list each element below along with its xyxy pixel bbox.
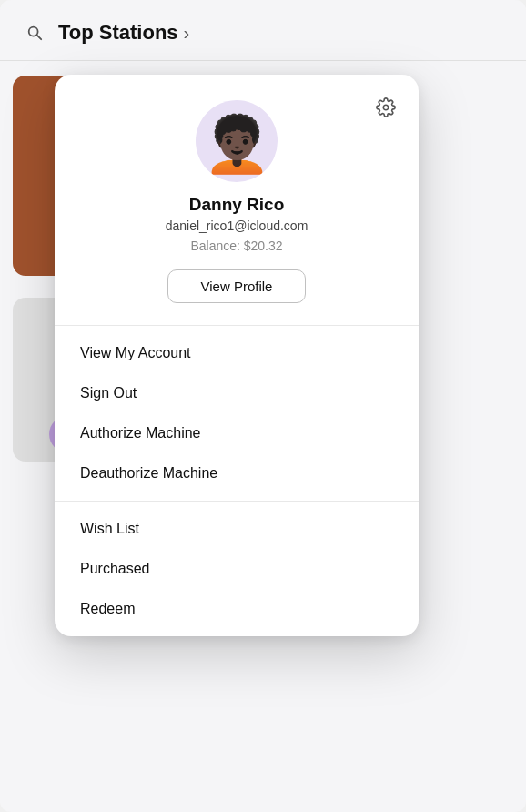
profile-section: 🧑🏿‍🦱 Danny Rico daniel_rico1@icloud.com … bbox=[55, 75, 419, 326]
menu-item-sign-out[interactable]: Sign Out bbox=[55, 373, 419, 413]
menu-item-wish-list[interactable]: Wish List bbox=[55, 509, 419, 549]
top-bar: Top Stations › bbox=[0, 0, 526, 61]
svg-point-2 bbox=[383, 105, 389, 110]
user-email: daniel_rico1@icloud.com bbox=[166, 218, 309, 233]
menu-item-view-account[interactable]: View My Account bbox=[55, 333, 419, 373]
avatar-emoji: 🧑🏿‍🦱 bbox=[203, 117, 271, 172]
page-title: Top Stations › bbox=[58, 21, 189, 45]
menu-group-1: View My Account Sign Out Authorize Machi… bbox=[55, 326, 419, 502]
search-button[interactable] bbox=[18, 16, 51, 49]
user-name: Danny Rico bbox=[189, 195, 285, 215]
user-balance: Balance: $20.32 bbox=[190, 239, 282, 253]
settings-button[interactable] bbox=[371, 93, 400, 122]
view-profile-button[interactable]: View Profile bbox=[167, 269, 307, 303]
menu-item-authorize-machine[interactable]: Authorize Machine bbox=[55, 413, 419, 453]
menu-item-deauthorize-machine[interactable]: Deauthorize Machine bbox=[55, 453, 419, 493]
menu-item-purchased[interactable]: Purchased bbox=[55, 549, 419, 589]
title-chevron-icon: › bbox=[184, 23, 190, 44]
profile-dropdown: 🧑🏿‍🦱 Danny Rico daniel_rico1@icloud.com … bbox=[55, 75, 419, 636]
avatar: 🧑🏿‍🦱 bbox=[196, 100, 278, 182]
svg-line-1 bbox=[37, 36, 42, 40]
menu-item-redeem[interactable]: Redeem bbox=[55, 589, 419, 629]
menu-group-2: Wish List Purchased Redeem bbox=[55, 502, 419, 636]
